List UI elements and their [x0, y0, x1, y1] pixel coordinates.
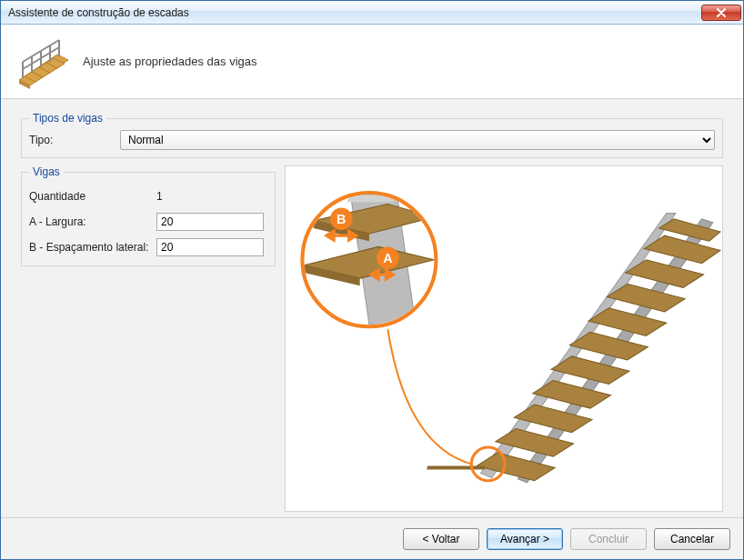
largura-label: A - Largura: — [29, 215, 156, 228]
tipo-label: Tipo: — [29, 134, 111, 146]
stair-preview-illustration: B A — [286, 166, 722, 511]
callout-b-label: B — [337, 212, 346, 226]
callout-connector — [387, 329, 471, 464]
stair-thumbnail-icon — [15, 35, 70, 89]
group-legend-vigas: Vigas — [29, 165, 64, 178]
quantidade-value: 1 — [156, 190, 264, 203]
back-button[interactable]: < Voltar — [403, 528, 479, 550]
wizard-window: Assistente de construção de escadas — [0, 0, 744, 560]
cancel-button[interactable]: Cancelar — [654, 528, 730, 550]
wizard-content: Tipos de vigas Tipo: Normal Vigas Quanti… — [1, 99, 743, 517]
window-title: Assistente de construção de escadas — [8, 6, 189, 19]
next-button[interactable]: Avançar > — [487, 528, 563, 550]
largura-input[interactable] — [156, 213, 264, 231]
quantidade-label: Quantidade — [29, 190, 156, 203]
group-vigas: Vigas Quantidade 1 A - Largura: B - Espa… — [21, 165, 276, 266]
titlebar: Assistente de construção de escadas — [1, 1, 743, 25]
espacamento-input[interactable] — [156, 238, 264, 256]
row-quantidade: Quantidade 1 — [29, 185, 267, 207]
group-legend-tipos: Tipos de vigas — [29, 112, 106, 125]
close-icon — [716, 8, 727, 17]
tipo-dropdown[interactable]: Normal — [120, 130, 715, 150]
espacamento-label: B - Espaçamento lateral: — [29, 241, 156, 254]
callout-a-label: A — [383, 251, 392, 265]
preview-panel: B A — [285, 165, 723, 512]
callout-large: B A — [302, 193, 436, 326]
row-largura: A - Largura: — [29, 211, 267, 233]
close-button[interactable] — [701, 5, 741, 21]
row-espacamento: B - Espaçamento lateral: — [29, 236, 267, 258]
wizard-footer: < Voltar Avançar > Concluir Cancelar — [1, 517, 743, 559]
group-tipos-de-vigas: Tipos de vigas Tipo: Normal — [21, 112, 723, 158]
svg-rect-26 — [427, 465, 485, 469]
wizard-step-heading: Ajuste as propriedades das vigas — [83, 55, 257, 68]
finish-button: Concluir — [570, 528, 647, 550]
wizard-header: Ajuste as propriedades das vigas — [1, 25, 743, 99]
